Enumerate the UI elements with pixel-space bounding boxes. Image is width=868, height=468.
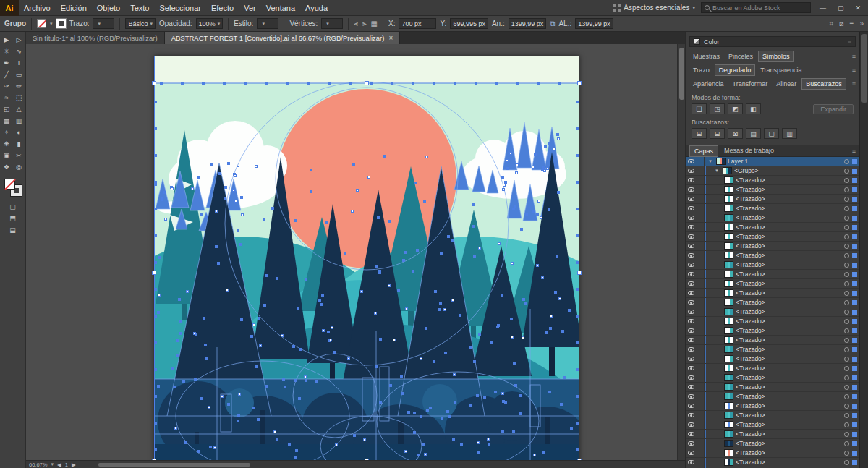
panel-menu-icon[interactable]: ≡ — [852, 53, 856, 60]
visibility-toggle[interactable] — [686, 392, 697, 401]
anchor-point[interactable] — [217, 262, 220, 265]
color-panel-header[interactable]: Color ≡ — [689, 36, 856, 47]
rectangle-tool[interactable]: ▭ — [13, 69, 25, 80]
anchor-point[interactable] — [226, 289, 229, 292]
anchor-point[interactable] — [512, 208, 515, 210]
anchor-point[interactable] — [344, 252, 346, 255]
layer-row[interactable]: <Trazado> — [686, 317, 859, 326]
layer-row[interactable]: <Trazado> — [686, 279, 859, 289]
exclude-button[interactable]: ◧ — [746, 103, 761, 114]
anchor-point[interactable] — [295, 449, 298, 452]
anchor-point[interactable] — [255, 365, 258, 368]
lock-column[interactable] — [697, 185, 705, 194]
layer-row[interactable]: <Trazado> — [686, 223, 859, 232]
anchor-point[interactable] — [460, 443, 463, 446]
anchor-point[interactable] — [501, 392, 504, 395]
blend-tool[interactable]: ◐ — [13, 127, 25, 138]
anchor-point[interactable] — [157, 311, 160, 314]
layer-row[interactable]: <Trazado> — [686, 307, 859, 317]
bbox-handle[interactable] — [365, 81, 369, 85]
layer-row[interactable]: <Trazado> — [686, 260, 859, 270]
bbox-handle[interactable] — [152, 81, 156, 85]
fill-color-swatch[interactable] — [4, 179, 15, 190]
scrollbar-thumb[interactable] — [679, 48, 684, 100]
expand-arrow[interactable]: ▼ — [713, 169, 720, 173]
anchor-point[interactable] — [286, 82, 289, 85]
anchor-point[interactable] — [391, 82, 393, 85]
anchor-point[interactable] — [304, 375, 307, 378]
expand-arrow[interactable]: ▼ — [707, 159, 714, 163]
visibility-toggle[interactable] — [686, 383, 697, 391]
anchor-point[interactable] — [545, 331, 548, 334]
anchor-point[interactable] — [536, 213, 539, 216]
anchor-point[interactable] — [250, 335, 253, 338]
target-circle[interactable] — [844, 178, 849, 183]
anchor-point[interactable] — [407, 411, 410, 414]
target-circle[interactable] — [844, 244, 849, 249]
anchor-point[interactable] — [349, 82, 352, 85]
paintbrush-tool[interactable]: ✑ — [1, 80, 13, 92]
visibility-toggle[interactable] — [686, 251, 697, 260]
anchor-point[interactable] — [424, 453, 427, 456]
anchor-point[interactable] — [506, 167, 509, 170]
anchor-point[interactable] — [576, 448, 579, 451]
anchor-point[interactable] — [388, 220, 391, 223]
gradient-tool[interactable]: ▥ — [13, 115, 25, 127]
anchor-point[interactable] — [173, 386, 176, 388]
visibility-toggle[interactable] — [686, 270, 697, 278]
anchor-point[interactable] — [363, 438, 366, 441]
anchor-point[interactable] — [383, 155, 386, 158]
anchor-point[interactable] — [448, 415, 451, 418]
anchor-point[interactable] — [158, 256, 161, 259]
anchor-point[interactable] — [546, 167, 549, 170]
anchor-point[interactable] — [224, 186, 227, 189]
anchor-point[interactable] — [548, 391, 551, 393]
anchor-point[interactable] — [178, 298, 181, 301]
anchor-point[interactable] — [576, 208, 579, 210]
layer-row[interactable]: <Trazado> — [686, 204, 859, 213]
anchor-point[interactable] — [160, 82, 163, 85]
anchor-point[interactable] — [163, 191, 166, 194]
height-field[interactable]: 1399,99 px — [575, 18, 613, 29]
panel-tab-apariencia[interactable]: Apariencia — [689, 79, 728, 89]
anchor-point[interactable] — [440, 252, 443, 255]
anchor-point[interactable] — [186, 290, 189, 293]
app-logo[interactable]: Ai — [0, 0, 19, 16]
anchor-point[interactable] — [221, 395, 224, 398]
anchor-point[interactable] — [154, 154, 157, 157]
minimize-button[interactable]: — — [817, 4, 829, 12]
anchor-point[interactable] — [417, 454, 420, 456]
anchor-point[interactable] — [494, 391, 497, 393]
anchor-point[interactable] — [513, 362, 516, 365]
anchor-point[interactable] — [576, 154, 579, 157]
anchor-point[interactable] — [557, 191, 560, 194]
anchor-point[interactable] — [557, 137, 560, 140]
anchor-point[interactable] — [252, 323, 255, 326]
align-icons[interactable]: ⫷⫸▦ — [354, 20, 378, 28]
x-field[interactable]: 700 px — [399, 18, 436, 29]
anchor-point[interactable] — [203, 317, 205, 320]
anchor-point[interactable] — [414, 182, 417, 184]
anchor-point[interactable] — [370, 82, 373, 85]
target-circle[interactable] — [844, 422, 849, 427]
anchor-point[interactable] — [223, 82, 226, 85]
anchor-point[interactable] — [502, 400, 505, 403]
anchor-point[interactable] — [215, 210, 218, 213]
anchor-point[interactable] — [375, 265, 378, 268]
shear-icon[interactable]: ⧄ — [839, 20, 843, 28]
anchor-point[interactable] — [405, 307, 408, 310]
lock-column[interactable] — [697, 364, 705, 373]
anchor-point[interactable] — [490, 341, 493, 344]
anchor-point[interactable] — [509, 152, 512, 155]
anchor-point[interactable] — [477, 441, 480, 444]
divide-button[interactable]: ⊞ — [692, 128, 707, 139]
anchor-point[interactable] — [475, 82, 477, 85]
anchor-point[interactable] — [510, 318, 513, 320]
target-circle[interactable] — [844, 159, 849, 164]
anchor-point[interactable] — [294, 379, 297, 382]
anchor-point[interactable] — [446, 410, 449, 413]
anchor-point[interactable] — [154, 422, 157, 425]
layer-row[interactable]: <Trazado> — [686, 195, 859, 204]
lock-column[interactable] — [697, 430, 705, 438]
anchor-point[interactable] — [281, 334, 284, 337]
